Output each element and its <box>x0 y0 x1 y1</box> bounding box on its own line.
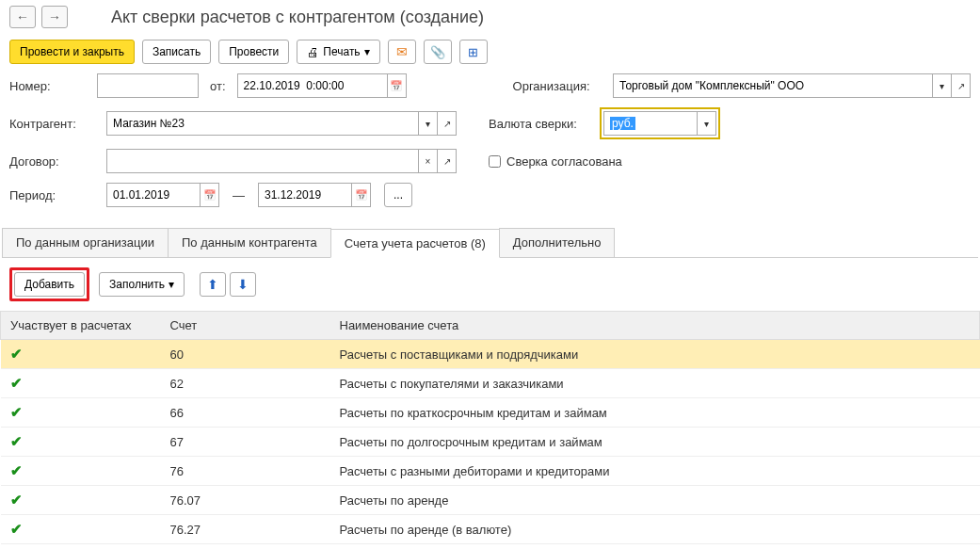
table-row[interactable]: ✔ 62 Расчеты с покупателями и заказчикам… <box>1 369 980 398</box>
account-name: Расчеты по аренде (в у.е.) <box>330 544 980 550</box>
account-name: Расчеты с разными дебиторами и кредитора… <box>330 457 980 486</box>
contractor-open-button[interactable]: ↗ <box>438 111 457 136</box>
account-name: Расчеты по аренде (в валюте) <box>330 515 980 544</box>
period-from-input[interactable] <box>106 183 201 207</box>
check-icon[interactable]: ✔ <box>10 346 23 362</box>
from-label: от: <box>210 79 226 93</box>
contract-input[interactable] <box>106 149 419 173</box>
period-to-input[interactable] <box>258 183 352 207</box>
write-button[interactable]: Записать <box>142 40 211 64</box>
add-button[interactable]: Добавить <box>14 272 85 297</box>
contractor-input[interactable] <box>106 111 419 136</box>
page-title: Акт сверки расчетов с контрагентом (созд… <box>111 8 484 27</box>
contractor-dropdown-button[interactable]: ▾ <box>419 111 438 136</box>
nav-back-button[interactable]: ← <box>9 6 36 28</box>
post-and-close-button[interactable]: Провести и закрыть <box>9 40 135 64</box>
check-icon[interactable]: ✔ <box>10 521 23 537</box>
fill-button[interactable]: Заполнить ▾ <box>99 272 185 297</box>
arrow-down-icon: ⬇ <box>237 277 249 292</box>
table-row[interactable]: ✔ 66 Расчеты по краткосрочным кредитам и… <box>1 398 980 428</box>
move-up-button[interactable]: ⬆ <box>200 272 226 297</box>
number-label: Номер: <box>9 79 89 93</box>
printer-icon <box>307 45 319 59</box>
paperclip-icon <box>430 45 445 59</box>
contractor-label: Контрагент: <box>9 117 99 131</box>
tab-contractor-data[interactable]: По данным контрагента <box>168 228 331 257</box>
arrow-up-icon: ⬆ <box>207 277 218 292</box>
col-header-participates[interactable]: Участвует в расчетах <box>1 312 161 340</box>
org-label: Организация: <box>513 79 605 93</box>
agreed-label: Сверка согласована <box>506 154 622 169</box>
period-to-calendar[interactable] <box>352 183 371 207</box>
account-name: Расчеты по краткосрочным кредитам и займ… <box>330 398 980 428</box>
check-icon[interactable]: ✔ <box>10 404 23 420</box>
org-input[interactable] <box>613 73 933 98</box>
tab-org-data[interactable]: По данным организации <box>2 228 169 257</box>
accounts-table: Участвует в расчетах Счет Наименование с… <box>0 311 980 549</box>
email-button[interactable] <box>388 40 416 64</box>
print-button[interactable]: Печать ▾ <box>297 40 379 64</box>
account-code: 76.27 <box>161 515 330 544</box>
org-dropdown-button[interactable]: ▾ <box>933 73 952 98</box>
check-icon[interactable]: ✔ <box>10 462 23 478</box>
table-row[interactable]: ✔ 76.37 Расчеты по аренде (в у.е.) <box>1 544 980 550</box>
table-row[interactable]: ✔ 76.27 Расчеты по аренде (в валюте) <box>1 515 980 544</box>
account-code: 67 <box>161 428 330 457</box>
calendar-icon <box>203 189 217 202</box>
currency-input[interactable]: руб. <box>603 111 698 136</box>
check-icon[interactable]: ✔ <box>10 433 23 449</box>
tab-additional[interactable]: Дополнительно <box>499 228 616 257</box>
account-name: Расчеты с покупателями и заказчиками <box>330 369 980 398</box>
org-open-button[interactable]: ↗ <box>952 73 971 98</box>
currency-label: Валюта сверки: <box>489 117 592 131</box>
tab-accounts[interactable]: Счета учета расчетов (8) <box>330 229 500 258</box>
account-name: Расчеты с поставщиками и подрядчиками <box>330 340 980 369</box>
mail-icon <box>396 44 408 59</box>
check-icon[interactable]: ✔ <box>10 492 23 508</box>
account-code: 76.37 <box>161 544 330 550</box>
calendar-icon <box>390 80 403 92</box>
account-code: 66 <box>161 398 330 428</box>
number-input[interactable] <box>97 73 199 98</box>
period-from-calendar[interactable] <box>201 183 219 207</box>
period-picker-button[interactable] <box>384 183 412 207</box>
post-button[interactable]: Провести <box>218 40 289 64</box>
col-header-name[interactable]: Наименование счета <box>330 312 980 340</box>
account-code: 60 <box>161 340 330 369</box>
col-header-account[interactable]: Счет <box>161 312 330 340</box>
account-code: 62 <box>161 369 330 398</box>
contract-open-button[interactable]: ↗ <box>438 149 457 173</box>
table-row[interactable]: ✔ 76.07 Расчеты по аренде <box>1 486 980 515</box>
dots-icon <box>394 188 403 202</box>
period-label: Период: <box>9 188 99 202</box>
move-down-button[interactable]: ⬇ <box>230 272 256 297</box>
check-icon[interactable]: ✔ <box>10 375 23 391</box>
attachment-button[interactable] <box>424 40 452 64</box>
currency-field-highlight: руб. ▾ <box>600 107 720 139</box>
agreed-checkbox[interactable] <box>489 155 501 168</box>
add-button-highlight: Добавить <box>9 267 89 301</box>
currency-dropdown-button[interactable]: ▾ <box>698 111 716 136</box>
table-row[interactable]: ✔ 60 Расчеты с поставщиками и подрядчика… <box>1 340 980 369</box>
table-row[interactable]: ✔ 76 Расчеты с разными дебиторами и кред… <box>1 457 980 486</box>
account-name: Расчеты по долгосрочным кредитам и займа… <box>330 428 980 457</box>
structure-button[interactable] <box>459 40 488 64</box>
contract-clear-button[interactable]: × <box>419 149 438 173</box>
structure-icon <box>468 45 478 59</box>
account-code: 76.07 <box>161 486 330 515</box>
period-separator: — <box>233 188 245 202</box>
nav-forward-button[interactable]: → <box>41 6 68 28</box>
account-name: Расчеты по аренде <box>330 486 980 515</box>
calendar-icon <box>355 189 368 202</box>
account-code: 76 <box>161 457 330 486</box>
date-input[interactable] <box>237 73 388 98</box>
table-row[interactable]: ✔ 67 Расчеты по долгосрочным кредитам и … <box>1 428 980 457</box>
calendar-button[interactable] <box>388 73 407 98</box>
contract-label: Договор: <box>9 154 99 169</box>
